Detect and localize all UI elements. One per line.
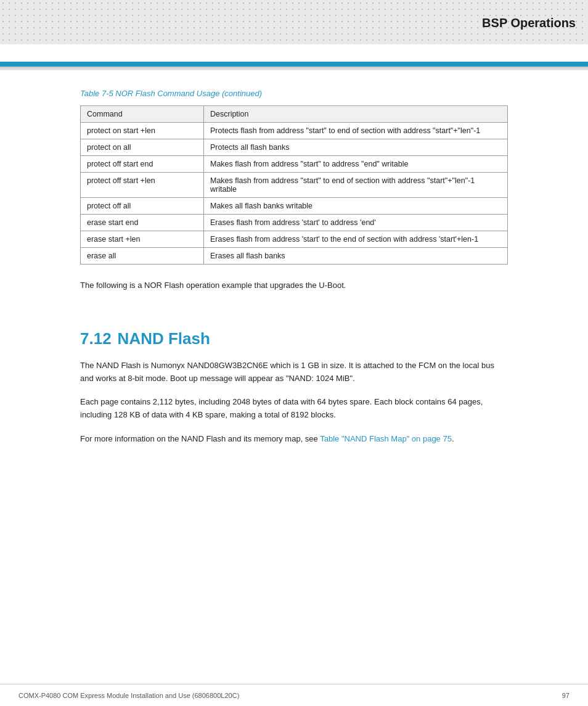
table-cell-command: protect off start end: [81, 156, 204, 173]
section-title: NAND Flash: [118, 329, 210, 348]
section-paragraph-3: For more information on the NAND Flash a…: [80, 433, 508, 446]
header-title-bar: BSP Operations: [470, 12, 588, 34]
table-cell-description: Makes flash from address "start" to addr…: [204, 156, 508, 173]
table-header-row: Command Description: [81, 106, 508, 123]
table-cell-description: Erases flash from address 'start' to the…: [204, 231, 508, 248]
table-cell-command: protect on start +len: [81, 123, 204, 139]
main-content: Table 7-5 NOR Flash Command Usage (conti…: [0, 70, 588, 494]
table-header-command: Command: [81, 106, 204, 123]
page-footer: COMX-P4080 COM Express Module Installati…: [0, 684, 588, 706]
nor-flash-table: Command Description protect on start +le…: [80, 105, 508, 265]
table-row: protect off start endMakes flash from ad…: [81, 156, 508, 173]
page-header: BSP Operations: [0, 0, 588, 62]
footer-left-text: COMX-P4080 COM Express Module Installati…: [18, 692, 562, 699]
after-table-paragraph: The following is a NOR Flash operation e…: [80, 279, 508, 292]
table-cell-description: Protects all flash banks: [204, 139, 508, 156]
table-cell-description: Makes all flash banks writable: [204, 198, 508, 215]
table-cell-description: Makes flash from address "start" to end …: [204, 173, 508, 198]
section-paragraph-1: The NAND Flash is Numonyx NAND08GW3B2CN6…: [80, 359, 508, 385]
table-cell-description: Protects flash from address "start" to e…: [204, 123, 508, 139]
table-row: erase start endErases flash from address…: [81, 215, 508, 231]
table-row: erase start +lenErases flash from addres…: [81, 231, 508, 248]
table-cell-command: protect off all: [81, 198, 204, 215]
page-title: BSP Operations: [482, 16, 576, 30]
table-row: protect off start +lenMakes flash from a…: [81, 173, 508, 198]
table-caption: Table 7-5 NOR Flash Command Usage (conti…: [80, 89, 508, 98]
table-cell-command: erase start +len: [81, 231, 204, 248]
blue-bar-decoration: [0, 62, 588, 67]
footer-page-number: 97: [562, 692, 570, 699]
section-heading: 7.12 NAND Flash: [80, 329, 508, 348]
table-row: protect on allProtects all flash banks: [81, 139, 508, 156]
table-cell-command: protect on all: [81, 139, 204, 156]
table-cell-command: erase all: [81, 248, 204, 265]
table-header-description: Description: [204, 106, 508, 123]
table-cell-description: Erases flash from address 'start' to add…: [204, 215, 508, 231]
section-paragraph-2: Each page contains 2,112 bytes, includin…: [80, 396, 508, 422]
section-number: 7.12: [80, 329, 112, 348]
table-row: erase allErases all flash banks: [81, 248, 508, 265]
table-row: protect off allMakes all flash banks wri…: [81, 198, 508, 215]
table-cell-command: protect off start +len: [81, 173, 204, 198]
table-cell-command: erase start end: [81, 215, 204, 231]
nand-flash-map-link[interactable]: Table "NAND Flash Map" on page 75: [320, 434, 452, 443]
table-cell-description: Erases all flash banks: [204, 248, 508, 265]
table-row: protect on start +lenProtects flash from…: [81, 123, 508, 139]
